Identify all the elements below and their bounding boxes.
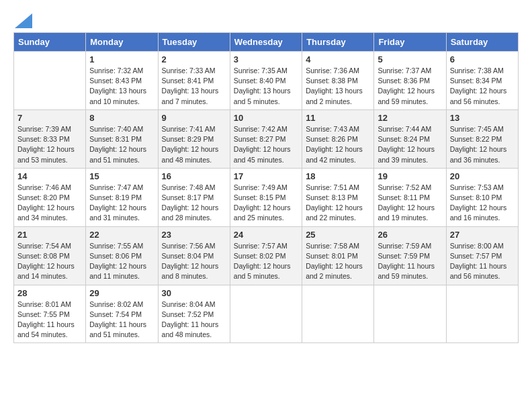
- calendar-cell: 5Sunrise: 7:37 AMSunset: 8:36 PMDaylight…: [374, 52, 446, 110]
- page-header: [13, 13, 519, 26]
- day-number: 20: [450, 171, 515, 181]
- day-number: 13: [450, 113, 515, 123]
- calendar-table: SundayMondayTuesdayWednesdayThursdayFrid…: [13, 32, 519, 343]
- day-number: 5: [378, 54, 442, 64]
- day-info: Sunrise: 7:33 AMSunset: 8:41 PMDaylight:…: [162, 66, 226, 107]
- calendar-cell: 11Sunrise: 7:43 AMSunset: 8:26 PMDayligh…: [302, 109, 374, 168]
- calendar-cell: 2Sunrise: 7:33 AMSunset: 8:41 PMDaylight…: [158, 52, 230, 110]
- day-info: Sunrise: 8:01 AMSunset: 7:55 PMDaylight:…: [17, 300, 82, 340]
- day-info: Sunrise: 7:47 AMSunset: 8:19 PMDaylight:…: [89, 183, 154, 224]
- day-number: 15: [89, 171, 154, 181]
- weekday-header-monday: Monday: [86, 33, 158, 52]
- day-number: 1: [89, 54, 154, 64]
- calendar-week-row: 28Sunrise: 8:01 AMSunset: 7:55 PMDayligh…: [14, 285, 519, 343]
- day-number: 27: [450, 230, 515, 240]
- day-info: Sunrise: 7:40 AMSunset: 8:31 PMDaylight:…: [89, 124, 154, 165]
- day-info: Sunrise: 7:32 AMSunset: 8:43 PMDaylight:…: [89, 66, 154, 107]
- day-info: Sunrise: 7:52 AMSunset: 8:11 PMDaylight:…: [378, 183, 442, 224]
- day-info: Sunrise: 8:04 AMSunset: 7:52 PMDaylight:…: [162, 300, 226, 340]
- day-info: Sunrise: 7:48 AMSunset: 8:17 PMDaylight:…: [162, 183, 226, 224]
- weekday-header-friday: Friday: [374, 33, 446, 52]
- calendar-cell: 25Sunrise: 7:58 AMSunset: 8:01 PMDayligh…: [302, 226, 374, 285]
- calendar-cell: 16Sunrise: 7:48 AMSunset: 8:17 PMDayligh…: [158, 168, 230, 226]
- calendar-cell: 10Sunrise: 7:42 AMSunset: 8:27 PMDayligh…: [230, 109, 302, 168]
- calendar-cell: 30Sunrise: 8:04 AMSunset: 7:52 PMDayligh…: [158, 285, 230, 343]
- calendar-week-row: 1Sunrise: 7:32 AMSunset: 8:43 PMDaylight…: [14, 52, 519, 110]
- day-info: Sunrise: 7:36 AMSunset: 8:38 PMDaylight:…: [306, 66, 370, 107]
- weekday-header-tuesday: Tuesday: [158, 33, 230, 52]
- weekday-header-sunday: Sunday: [14, 33, 86, 52]
- calendar-cell: 14Sunrise: 7:46 AMSunset: 8:20 PMDayligh…: [14, 168, 86, 226]
- calendar-cell: 29Sunrise: 8:02 AMSunset: 7:54 PMDayligh…: [86, 285, 158, 343]
- calendar-cell: 7Sunrise: 7:39 AMSunset: 8:33 PMDaylight…: [14, 109, 86, 168]
- calendar-cell: [374, 285, 446, 343]
- day-info: Sunrise: 7:39 AMSunset: 8:33 PMDaylight:…: [17, 124, 82, 165]
- day-info: Sunrise: 7:51 AMSunset: 8:13 PMDaylight:…: [306, 183, 370, 224]
- day-number: 6: [450, 54, 515, 64]
- day-number: 26: [378, 230, 442, 240]
- day-number: 7: [17, 113, 82, 123]
- day-info: Sunrise: 7:45 AMSunset: 8:22 PMDaylight:…: [450, 124, 515, 165]
- day-number: 24: [234, 230, 298, 240]
- logo-icon: [15, 13, 32, 28]
- day-number: 22: [89, 230, 154, 240]
- logo: [13, 13, 32, 26]
- day-info: Sunrise: 7:53 AMSunset: 8:10 PMDaylight:…: [450, 183, 515, 224]
- day-number: 4: [306, 54, 370, 64]
- calendar-cell: [302, 285, 374, 343]
- day-info: Sunrise: 7:56 AMSunset: 8:04 PMDaylight:…: [162, 241, 226, 282]
- calendar-cell: [14, 52, 86, 110]
- calendar-cell: 3Sunrise: 7:35 AMSunset: 8:40 PMDaylight…: [230, 52, 302, 110]
- day-number: 9: [162, 113, 226, 123]
- calendar-week-row: 21Sunrise: 7:54 AMSunset: 8:08 PMDayligh…: [14, 226, 519, 285]
- day-number: 2: [162, 54, 226, 64]
- day-info: Sunrise: 7:38 AMSunset: 8:34 PMDaylight:…: [450, 66, 515, 107]
- day-info: Sunrise: 7:58 AMSunset: 8:01 PMDaylight:…: [306, 241, 370, 282]
- calendar-cell: 1Sunrise: 7:32 AMSunset: 8:43 PMDaylight…: [86, 52, 158, 110]
- calendar-week-row: 7Sunrise: 7:39 AMSunset: 8:33 PMDaylight…: [14, 109, 519, 168]
- day-info: Sunrise: 7:59 AMSunset: 7:59 PMDaylight:…: [378, 241, 442, 282]
- weekday-header-thursday: Thursday: [302, 33, 374, 52]
- calendar-cell: 4Sunrise: 7:36 AMSunset: 8:38 PMDaylight…: [302, 52, 374, 110]
- calendar-cell: 9Sunrise: 7:41 AMSunset: 8:29 PMDaylight…: [158, 109, 230, 168]
- day-number: 30: [162, 288, 226, 298]
- calendar-cell: 27Sunrise: 8:00 AMSunset: 7:57 PMDayligh…: [446, 226, 518, 285]
- day-number: 21: [17, 230, 82, 240]
- day-info: Sunrise: 7:57 AMSunset: 8:02 PMDaylight:…: [234, 241, 298, 282]
- day-number: 17: [234, 171, 298, 181]
- calendar-cell: 8Sunrise: 7:40 AMSunset: 8:31 PMDaylight…: [86, 109, 158, 168]
- day-info: Sunrise: 7:54 AMSunset: 8:08 PMDaylight:…: [17, 241, 82, 282]
- calendar-header-row: SundayMondayTuesdayWednesdayThursdayFrid…: [14, 33, 519, 52]
- weekday-header-saturday: Saturday: [446, 33, 518, 52]
- day-number: 25: [306, 230, 370, 240]
- day-info: Sunrise: 7:46 AMSunset: 8:20 PMDaylight:…: [17, 183, 82, 224]
- day-number: 29: [89, 288, 154, 298]
- calendar-cell: 24Sunrise: 7:57 AMSunset: 8:02 PMDayligh…: [230, 226, 302, 285]
- calendar-cell: 26Sunrise: 7:59 AMSunset: 7:59 PMDayligh…: [374, 226, 446, 285]
- day-info: Sunrise: 8:00 AMSunset: 7:57 PMDaylight:…: [450, 241, 515, 282]
- day-number: 11: [306, 113, 370, 123]
- day-info: Sunrise: 7:42 AMSunset: 8:27 PMDaylight:…: [234, 124, 298, 165]
- day-number: 16: [162, 171, 226, 181]
- day-number: 23: [162, 230, 226, 240]
- svg-marker-0: [15, 13, 32, 28]
- day-number: 3: [234, 54, 298, 64]
- day-info: Sunrise: 7:41 AMSunset: 8:29 PMDaylight:…: [162, 124, 226, 165]
- day-info: Sunrise: 8:02 AMSunset: 7:54 PMDaylight:…: [89, 300, 154, 340]
- day-number: 14: [17, 171, 82, 181]
- calendar-cell: 13Sunrise: 7:45 AMSunset: 8:22 PMDayligh…: [446, 109, 518, 168]
- day-number: 12: [378, 113, 442, 123]
- calendar-cell: 19Sunrise: 7:52 AMSunset: 8:11 PMDayligh…: [374, 168, 446, 226]
- calendar-cell: [446, 285, 518, 343]
- day-info: Sunrise: 7:43 AMSunset: 8:26 PMDaylight:…: [306, 124, 370, 165]
- calendar-cell: 21Sunrise: 7:54 AMSunset: 8:08 PMDayligh…: [14, 226, 86, 285]
- day-number: 8: [89, 113, 154, 123]
- calendar-cell: 28Sunrise: 8:01 AMSunset: 7:55 PMDayligh…: [14, 285, 86, 343]
- calendar-week-row: 14Sunrise: 7:46 AMSunset: 8:20 PMDayligh…: [14, 168, 519, 226]
- day-number: 10: [234, 113, 298, 123]
- calendar-cell: 12Sunrise: 7:44 AMSunset: 8:24 PMDayligh…: [374, 109, 446, 168]
- calendar-cell: 17Sunrise: 7:49 AMSunset: 8:15 PMDayligh…: [230, 168, 302, 226]
- day-info: Sunrise: 7:49 AMSunset: 8:15 PMDaylight:…: [234, 183, 298, 224]
- calendar-cell: 23Sunrise: 7:56 AMSunset: 8:04 PMDayligh…: [158, 226, 230, 285]
- calendar-cell: 20Sunrise: 7:53 AMSunset: 8:10 PMDayligh…: [446, 168, 518, 226]
